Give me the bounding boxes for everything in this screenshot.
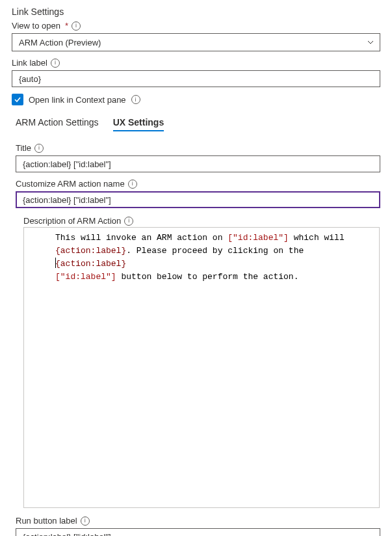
desc-seg-6: {action:label} bbox=[55, 259, 126, 269]
run-button-label-text: Run button label bbox=[16, 516, 77, 526]
desc-seg-2: ["id:label"] bbox=[228, 233, 289, 243]
info-icon: i bbox=[124, 217, 133, 226]
settings-tabs: ARM Action Settings UX Settings bbox=[12, 117, 380, 131]
desc-seg-1: This will invoke an ARM action on bbox=[55, 233, 228, 243]
description-editor[interactable]: This will invoke an ARM action on ["id:l… bbox=[23, 227, 380, 508]
title-label: Title bbox=[16, 143, 31, 153]
desc-seg-5: . Please proceed by clicking on the bbox=[126, 246, 304, 256]
tab-arm-action-settings[interactable]: ARM Action Settings bbox=[16, 117, 99, 131]
link-label-text: Link label bbox=[12, 58, 47, 68]
view-to-open-label: View to open bbox=[12, 21, 60, 31]
view-to-open-value: ARM Action (Preview) bbox=[19, 38, 101, 47]
desc-seg-8: ["id:label"] bbox=[55, 272, 116, 282]
info-icon: i bbox=[131, 95, 140, 104]
description-label: Description of ARM Action bbox=[23, 216, 121, 226]
info-icon: i bbox=[51, 59, 60, 68]
desc-seg-3: which will bbox=[289, 233, 345, 243]
view-to-open-select[interactable]: ARM Action (Preview) bbox=[12, 33, 380, 51]
customize-arm-label-row: Customize ARM action name i bbox=[16, 179, 380, 189]
open-context-pane-label: Open link in Context pane bbox=[29, 95, 126, 105]
section-title: Link Settings bbox=[12, 7, 380, 17]
title-label-row: Title i bbox=[16, 143, 380, 153]
customize-arm-input[interactable] bbox=[16, 191, 380, 208]
title-input[interactable] bbox=[16, 155, 380, 172]
description-label-row: Description of ARM Action i bbox=[23, 216, 380, 226]
chevron-down-icon bbox=[367, 38, 374, 46]
link-label-input[interactable] bbox=[12, 70, 380, 87]
link-label-row: Link label i bbox=[12, 58, 380, 68]
text-cursor bbox=[55, 258, 56, 268]
info-icon: i bbox=[81, 516, 90, 526]
desc-seg-9: button below to perform the action. bbox=[116, 272, 299, 282]
open-context-pane-checkbox[interactable] bbox=[12, 94, 23, 105]
view-to-open-label-row: View to open * i bbox=[12, 21, 380, 31]
required-asterisk: * bbox=[65, 21, 68, 31]
info-icon: i bbox=[34, 144, 44, 153]
run-button-label-input[interactable] bbox=[16, 528, 380, 536]
desc-seg-4: {action:label} bbox=[55, 246, 126, 256]
tab-ux-settings[interactable]: UX Settings bbox=[113, 117, 164, 131]
run-button-label-row: Run button label i bbox=[16, 516, 380, 526]
info-icon: i bbox=[128, 180, 137, 189]
info-icon: i bbox=[72, 21, 81, 31]
customize-arm-label: Customize ARM action name bbox=[16, 179, 125, 189]
open-context-pane-row: Open link in Context pane i bbox=[12, 94, 380, 105]
